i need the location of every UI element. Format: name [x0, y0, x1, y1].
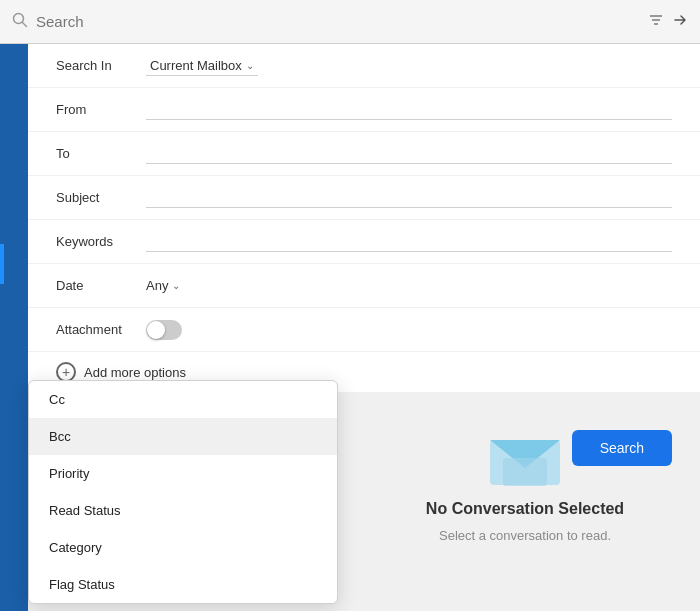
keywords-input[interactable] — [146, 232, 672, 252]
search-in-row: Search In Current Mailbox ⌄ — [28, 44, 700, 88]
subject-input[interactable] — [146, 188, 672, 208]
svg-rect-7 — [503, 458, 547, 486]
to-label: To — [56, 146, 146, 161]
chevron-down-icon: ⌄ — [246, 60, 254, 71]
dropdown-item-read-status[interactable]: Read Status — [29, 492, 337, 529]
keywords-row: Keywords — [28, 220, 700, 264]
date-dropdown[interactable]: Any ⌄ — [146, 278, 180, 293]
from-row: From — [28, 88, 700, 132]
attachment-row: Attachment — [28, 308, 700, 352]
dropdown-item-priority[interactable]: Priority — [29, 455, 337, 492]
subject-row: Subject — [28, 176, 700, 220]
left-sidebar — [0, 44, 28, 611]
subject-label: Subject — [56, 190, 146, 205]
search-in-dropdown[interactable]: Current Mailbox ⌄ — [146, 56, 258, 76]
no-conversation-title: No Conversation Selected — [426, 500, 624, 518]
search-input[interactable] — [36, 13, 640, 30]
from-label: From — [56, 102, 146, 117]
toggle-knob — [147, 321, 165, 339]
keywords-label: Keywords — [56, 234, 146, 249]
search-in-current-value: Current Mailbox — [150, 58, 242, 73]
svg-line-1 — [23, 22, 27, 26]
search-in-label: Search In — [56, 58, 146, 73]
date-row: Date Any ⌄ — [28, 264, 700, 308]
search-icon — [12, 12, 28, 32]
envelope-icon — [485, 430, 565, 490]
to-row: To — [28, 132, 700, 176]
add-more-dropdown: Cc Bcc Priority Read Status Category Fla… — [28, 380, 338, 604]
forward-icon[interactable] — [672, 12, 688, 32]
filter-icon[interactable] — [648, 12, 664, 32]
search-bar — [0, 0, 700, 44]
dropdown-item-flag-status[interactable]: Flag Status — [29, 566, 337, 603]
attachment-label: Attachment — [56, 322, 146, 337]
to-input[interactable] — [146, 144, 672, 164]
no-conversation-subtitle: Select a conversation to read. — [439, 528, 611, 543]
dropdown-item-cc[interactable]: Cc — [29, 381, 337, 418]
dropdown-item-bcc[interactable]: Bcc — [29, 418, 337, 455]
search-form: Search In Current Mailbox ⌄ From To Subj… — [28, 44, 700, 392]
add-more-label: Add more options — [84, 365, 186, 380]
add-more-icon: + — [56, 362, 76, 382]
attachment-toggle[interactable] — [146, 320, 182, 340]
from-input[interactable] — [146, 100, 672, 120]
no-conversation-panel: No Conversation Selected Select a conver… — [350, 361, 700, 611]
dropdown-item-category[interactable]: Category — [29, 529, 337, 566]
sidebar-accent — [0, 244, 4, 284]
date-current-value: Any — [146, 278, 168, 293]
date-chevron-icon: ⌄ — [172, 280, 180, 291]
date-label: Date — [56, 278, 146, 293]
